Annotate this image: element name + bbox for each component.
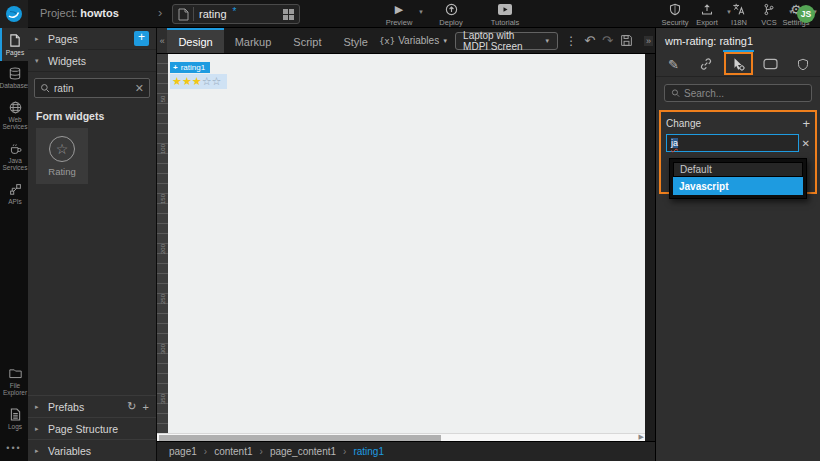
section-widgets[interactable]: ▾ Widgets: [28, 50, 156, 72]
wavemaker-logo-icon: [5, 5, 23, 23]
scroll-right-arrow-icon[interactable]: ▶: [639, 433, 644, 441]
add-event-action-icon[interactable]: +: [802, 117, 810, 130]
rail-item-web-services[interactable]: Web Services: [0, 95, 28, 136]
rail-item-apis[interactable]: APIs: [0, 177, 28, 210]
properties-search[interactable]: [664, 84, 812, 102]
breadcrumb-separator: ›: [260, 446, 263, 457]
dropdown-option-default[interactable]: Default: [673, 162, 803, 177]
tab-styles[interactable]: ✎: [658, 50, 689, 76]
clear-search-icon[interactable]: ✕: [135, 82, 144, 95]
left-activity-rail: Pages Databases Web Services Java Servic…: [0, 28, 28, 461]
coffee-icon: [9, 142, 22, 155]
ruler-tick-label: 350: [160, 394, 166, 404]
widget-selection-tag[interactable]: + rating1: [170, 62, 210, 73]
logs-icon: [10, 408, 21, 421]
section-variables[interactable]: ▸ Variables: [28, 439, 156, 461]
star-filled-icon[interactable]: ★: [192, 76, 202, 87]
change-event-label: Change: [666, 118, 701, 129]
wavemaker-logo[interactable]: [0, 0, 28, 28]
move-icon: +: [173, 63, 178, 72]
open-page-tab[interactable]: rating *: [172, 4, 300, 24]
grid-view-icon[interactable]: [283, 9, 294, 20]
globe-icon: [9, 101, 22, 114]
undo-button[interactable]: ↶: [584, 34, 595, 47]
rail-item-file-explorer[interactable]: File Explorer: [0, 361, 28, 402]
section-prefabs[interactable]: ▸ Prefabs ↻ +: [28, 395, 156, 417]
rail-more-button[interactable]: •••: [0, 435, 28, 461]
tab-security[interactable]: [787, 50, 818, 76]
chevron-right-icon: ▸: [35, 403, 42, 411]
bind-icon: [699, 57, 713, 71]
deploy-button[interactable]: Deploy: [428, 3, 474, 27]
widget-group-label: Form widgets: [28, 102, 156, 128]
user-avatar[interactable]: JS: [797, 5, 815, 23]
star-filled-icon[interactable]: ★: [172, 76, 182, 87]
save-icon: [620, 34, 633, 47]
video-icon: [498, 3, 512, 16]
chevron-down-icon: ▾: [35, 57, 42, 65]
rail-item-logs[interactable]: Logs: [0, 402, 28, 435]
breadcrumb-chevron-icon: ›: [158, 5, 162, 20]
canvas-area: « Design Markup Script Style {x} Variabl…: [157, 28, 655, 461]
chevron-down-icon[interactable]: ▼: [418, 9, 424, 15]
breadcrumb-content1[interactable]: content1: [214, 446, 252, 457]
export-icon: [701, 3, 713, 16]
design-toolbar: « Design Markup Script Style {x} Variabl…: [157, 28, 655, 54]
rating-widget-selected[interactable]: + rating1 ★★★☆☆: [170, 56, 227, 89]
variables-button[interactable]: {x} Variables ▼: [379, 35, 448, 46]
save-button[interactable]: [620, 34, 633, 47]
section-page-structure[interactable]: ▸ Page Structure: [28, 417, 156, 439]
remove-event-action-icon[interactable]: ✕: [802, 138, 810, 149]
collapse-left-panel-button[interactable]: «: [157, 28, 167, 53]
rating-stars[interactable]: ★★★☆☆: [170, 74, 227, 89]
rail-spacer: [0, 210, 28, 360]
page-canvas[interactable]: + rating1 ★★★☆☆: [168, 54, 645, 433]
tab-markup[interactable]: Markup: [224, 28, 283, 53]
refresh-icon[interactable]: ↻: [127, 400, 136, 413]
event-action-input[interactable]: ja: [666, 134, 799, 152]
change-event-section: Change + ja ✕ Default Javascript: [659, 110, 817, 194]
breadcrumb-page-content1[interactable]: page_content1: [270, 446, 336, 457]
scrollbar-thumb[interactable]: [159, 435, 441, 441]
section-pages[interactable]: ▸ Pages +: [28, 28, 156, 50]
horizontal-scrollbar[interactable]: ▶: [157, 433, 645, 441]
rail-item-java-services[interactable]: Java Services: [0, 136, 28, 177]
properties-panel: wm-rating: rating1 ✎: [655, 28, 820, 461]
tutorials-button[interactable]: Tutorials: [482, 3, 528, 27]
tab-events[interactable]: [723, 50, 754, 76]
device-selector[interactable]: Laptop with MDPI Screen ▼: [455, 32, 558, 50]
ruler-tick-label: 50: [160, 94, 166, 104]
add-prefab-icon[interactable]: +: [143, 401, 149, 413]
translate-icon: [732, 3, 746, 16]
widget-search[interactable]: ratin ✕: [34, 78, 150, 98]
widget-tile-rating[interactable]: ☆ Rating: [36, 128, 88, 184]
tab-bindings[interactable]: [690, 50, 721, 76]
preview-button[interactable]: ▶ Preview ▼: [376, 3, 422, 27]
ruler-tick-label: 250: [160, 294, 166, 304]
redo-button[interactable]: ↷: [602, 34, 613, 47]
tab-script[interactable]: Script: [282, 28, 332, 53]
more-options-icon[interactable]: ⋮: [565, 34, 577, 48]
tab-devices[interactable]: [755, 50, 786, 76]
tab-design[interactable]: Design: [167, 28, 223, 53]
project-name: Project: howtos: [40, 7, 119, 19]
api-icon: [9, 183, 22, 196]
rail-item-databases[interactable]: Databases: [0, 61, 28, 94]
dropdown-option-javascript[interactable]: Javascript: [673, 177, 803, 195]
element-breadcrumb: page1 › content1 › page_content1 › ratin…: [157, 441, 655, 461]
star-empty-icon[interactable]: ☆: [202, 76, 212, 87]
properties-search-input[interactable]: [684, 88, 805, 99]
add-page-button[interactable]: +: [134, 31, 149, 46]
variables-icon: {x}: [379, 36, 395, 46]
tab-style[interactable]: Style: [332, 28, 378, 53]
ruler-tick-label: 100: [160, 144, 166, 154]
pencil-icon: ✎: [668, 58, 679, 71]
star-empty-icon[interactable]: ☆: [212, 76, 222, 87]
breadcrumb-rating1[interactable]: rating1: [353, 446, 384, 457]
collapse-right-panel-button[interactable]: »: [644, 36, 653, 46]
star-filled-icon[interactable]: ★: [182, 76, 192, 87]
rail-item-pages[interactable]: Pages: [0, 28, 28, 61]
breadcrumb-page1[interactable]: page1: [169, 446, 197, 457]
chevron-down-icon: ▼: [544, 38, 550, 44]
widget-search-value[interactable]: ratin: [54, 83, 131, 94]
